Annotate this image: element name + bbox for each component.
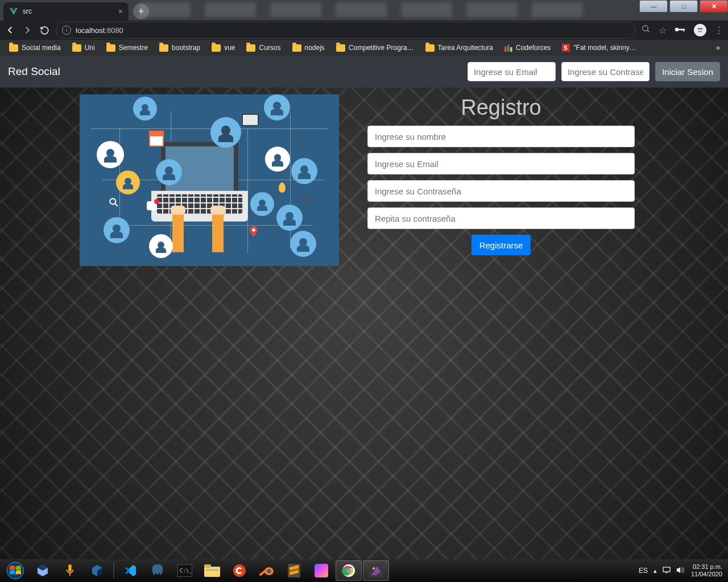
illustration-person-icon: [280, 208, 299, 227]
svg-rect-21: [206, 569, 218, 571]
folder-icon: [292, 44, 301, 52]
svg-rect-3: [683, 29, 684, 32]
folder-icon: [246, 44, 255, 52]
back-button[interactable]: [5, 24, 16, 36]
bookmark-item[interactable]: Semestre: [102, 42, 152, 53]
bookmark-item[interactable]: Uni: [68, 42, 100, 53]
chrome-menu-icon[interactable]: ⋮: [714, 25, 723, 36]
svg-rect-20: [204, 564, 211, 568]
window-maximize-button[interactable]: □: [669, 0, 698, 13]
illustration-person-icon: [293, 234, 313, 253]
register-password-input[interactable]: [367, 180, 635, 202]
bookmark-item[interactable]: S"Fat model, skinny…: [557, 42, 640, 53]
zoom-icon[interactable]: [642, 24, 651, 36]
taskbar-app-vscode-icon[interactable]: [117, 560, 143, 581]
bookmarks-bar: Social mediaUniSemestrebootstrapvueCurso…: [0, 40, 728, 56]
folder-icon: [425, 44, 435, 52]
folder-icon: [106, 44, 115, 52]
bookmark-item[interactable]: vue: [207, 42, 239, 53]
register-name-input[interactable]: [367, 126, 635, 147]
illustration-person-icon: [159, 163, 179, 182]
illustration-person-icon: [100, 144, 121, 165]
taskbar-app-blender-icon[interactable]: [254, 560, 280, 581]
forward-button[interactable]: [22, 24, 33, 36]
address-bar[interactable]: i localhost:8080: [56, 22, 636, 39]
taskbar-app-postgresql-icon[interactable]: [144, 560, 171, 581]
toolbar-right-group: ☆ ⋮: [642, 24, 723, 36]
bookmark-item[interactable]: Social media: [5, 42, 65, 53]
illustration-lightbulb-icon: [279, 182, 286, 193]
brand-title[interactable]: Red Social: [8, 65, 60, 78]
bookmark-item[interactable]: bootstrap: [155, 42, 205, 53]
illustration-person-icon: [267, 98, 287, 117]
url-host: localhost:8080: [76, 26, 123, 35]
taskbar-app-terminal-icon[interactable]: C:\_: [172, 560, 198, 581]
reload-button[interactable]: [39, 24, 50, 36]
browser-tab-active[interactable]: src ×: [3, 2, 129, 20]
background-window-blur: [139, 2, 614, 18]
tray-volume-icon[interactable]: [676, 566, 685, 575]
register-submit-button[interactable]: Registrarse: [471, 235, 531, 255]
svg-point-31: [373, 567, 375, 569]
folder-icon: [9, 44, 18, 52]
folder-icon: [212, 44, 221, 52]
svg-point-14: [7, 562, 24, 579]
bookmark-item[interactable]: Codeforces: [500, 42, 555, 53]
profile-avatar-icon[interactable]: [694, 24, 706, 36]
bookmark-item[interactable]: nodejs: [288, 42, 329, 53]
codeforces-icon: [504, 44, 512, 52]
window-close-button[interactable]: ✕: [700, 0, 728, 13]
folder-icon: [336, 44, 345, 52]
taskbar-app-explorer-icon[interactable]: [199, 560, 225, 581]
bookmark-label: vue: [224, 44, 235, 52]
illustration-person-icon: [254, 196, 271, 213]
taskbar-app-chrome-icon[interactable]: [336, 560, 362, 581]
tab-close-icon[interactable]: ×: [118, 7, 123, 16]
bookmark-item[interactable]: Competitive Progra…: [332, 42, 419, 53]
svg-point-0: [643, 26, 648, 31]
illustration-person-icon: [295, 161, 314, 181]
tray-language[interactable]: ES: [639, 567, 648, 575]
taskbar-app-sublime-icon[interactable]: [281, 560, 307, 581]
login-password-input[interactable]: [561, 62, 650, 81]
stackoverflow-icon: S: [562, 44, 570, 52]
taskbar-app-gradient-icon[interactable]: [308, 560, 334, 581]
register-email-input[interactable]: [367, 153, 635, 174]
svg-text:C:\_: C:\_: [180, 568, 192, 573]
site-info-icon[interactable]: i: [62, 26, 71, 35]
app-navbar: Red Social Iniciar Sesion: [0, 56, 728, 88]
illustration-envelope-icon: [149, 131, 164, 147]
page-viewport: Red Social Iniciar Sesion: [0, 56, 728, 559]
taskbar-app-cube-icon[interactable]: [84, 560, 110, 581]
illustration-person-icon: [119, 174, 136, 191]
login-email-input[interactable]: [468, 62, 556, 81]
folder-icon: [72, 44, 81, 52]
page-content: Registro Registrarse: [0, 88, 728, 266]
taskbar-app-ccleaner-icon[interactable]: [226, 560, 253, 581]
bookmark-label: nodejs: [305, 44, 325, 52]
illustration-person-icon: [214, 120, 238, 144]
svg-point-6: [701, 31, 702, 32]
bookmark-label: bootstrap: [172, 44, 200, 52]
taskbar-app-lightshot-icon[interactable]: [363, 560, 389, 581]
window-minimize-button[interactable]: —: [639, 0, 668, 13]
svg-rect-25: [315, 564, 328, 577]
bookmark-label: Cursos: [259, 44, 280, 52]
saved-password-key-icon[interactable]: [675, 25, 686, 35]
illustration-person-icon: [268, 150, 287, 168]
tray-action-center-icon[interactable]: [663, 567, 671, 575]
bookmarks-overflow-icon[interactable]: »: [713, 44, 723, 52]
bookmark-item[interactable]: Tarea Arquitectura: [421, 42, 498, 53]
bookmark-item[interactable]: Cursos: [242, 42, 285, 53]
tray-time: 02:31 p.m.: [691, 563, 722, 571]
login-submit-button[interactable]: Iniciar Sesion: [655, 62, 720, 81]
illustration-person-icon: [107, 221, 126, 240]
taskbar-app-mic-icon[interactable]: [57, 560, 83, 581]
taskbar-app-virtualbox-icon[interactable]: [30, 560, 56, 581]
tray-show-hidden-icon[interactable]: ▴: [653, 567, 657, 575]
bookmark-star-icon[interactable]: ☆: [659, 25, 667, 36]
register-form: Registro Registrarse: [367, 93, 635, 266]
start-button[interactable]: [2, 560, 28, 581]
tray-clock[interactable]: 02:31 p.m. 11/04/2020: [691, 563, 722, 577]
register-repeat-password-input[interactable]: [367, 207, 635, 229]
